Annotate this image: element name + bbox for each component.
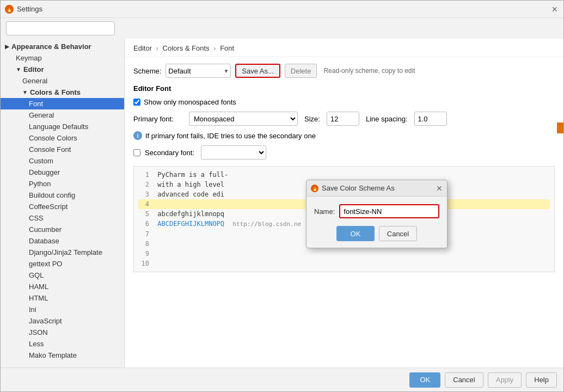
line-spacing-input[interactable] bbox=[414, 112, 447, 126]
primary-font-row: Primary font: Monospaced Size: Line spac… bbox=[133, 112, 555, 126]
sidebar-item-label: JSON bbox=[29, 328, 48, 336]
secondary-font-checkbox[interactable] bbox=[133, 149, 140, 156]
sidebar-item-debugger[interactable]: Debugger bbox=[1, 167, 124, 178]
sidebar-item-python[interactable]: Python bbox=[1, 178, 124, 189]
ok-button[interactable]: OK bbox=[409, 372, 440, 388]
preview-url: http://blog.csdn.ne bbox=[232, 220, 301, 228]
dialog-name-label: Name: bbox=[314, 207, 335, 216]
sidebar-item-label: Database bbox=[29, 237, 59, 245]
sidebar-item-label: Language Defaults bbox=[29, 122, 88, 131]
sidebar-item-label: General bbox=[22, 77, 47, 85]
search-bar bbox=[1, 18, 563, 39]
info-text: If primary font fails, IDE tries to use … bbox=[145, 132, 316, 140]
help-button[interactable]: Help bbox=[526, 372, 557, 388]
sidebar-item-ini[interactable]: Ini bbox=[1, 304, 124, 315]
sidebar-item-font[interactable]: Font bbox=[1, 98, 124, 109]
sidebar-item-general-sub[interactable]: General bbox=[1, 109, 124, 121]
sidebar-item-less[interactable]: Less bbox=[1, 338, 124, 350]
breadcrumb-part3: Font bbox=[220, 44, 234, 52]
sidebar-item-coffeescript[interactable]: CoffeeScript bbox=[1, 201, 124, 212]
sidebar-item-gql[interactable]: GQL bbox=[1, 270, 124, 281]
sidebar-item-json[interactable]: JSON bbox=[1, 327, 124, 338]
secondary-font-select[interactable] bbox=[201, 145, 266, 160]
scheme-label: Scheme: bbox=[133, 67, 161, 75]
line-num: 5 bbox=[138, 209, 149, 219]
breadcrumb-part1: Editor bbox=[133, 44, 152, 52]
dialog-name-row: Name: bbox=[314, 204, 439, 218]
dialog-title-bar: 🔥 Save Color Scheme As ✕ bbox=[306, 180, 447, 197]
sidebar-item-html[interactable]: HTML bbox=[1, 292, 124, 304]
sidebar-item-haml[interactable]: HAML bbox=[1, 281, 124, 292]
sidebar-item-appearance-behavior[interactable]: ▶ Appearance & Behavior bbox=[1, 41, 124, 52]
show-monospaced-row: Show only monospaced fonts bbox=[133, 98, 555, 106]
sidebar-item-label: CSS bbox=[29, 214, 44, 222]
orange-indicator bbox=[557, 122, 563, 133]
preview-line-10: 10 bbox=[138, 259, 550, 268]
line-num: 3 bbox=[138, 189, 149, 199]
window-title: Settings bbox=[17, 5, 42, 13]
sidebar-item-label: Mako Template bbox=[29, 351, 77, 359]
sidebar-item-colors-fonts[interactable]: ▼ Colors & Fonts bbox=[1, 87, 124, 98]
settings-window: 🔥 Settings ✕ ▶ Appearance & Behavior Key… bbox=[0, 0, 564, 392]
dialog-close-button[interactable]: ✕ bbox=[436, 184, 443, 193]
sidebar-item-gettext-po[interactable]: gettext PO bbox=[1, 258, 124, 270]
breadcrumb-sep1: › bbox=[156, 44, 158, 52]
sidebar-item-database[interactable]: Database bbox=[1, 235, 124, 247]
editor-font-title: Editor Font bbox=[133, 84, 555, 93]
title-bar-left: 🔥 Settings bbox=[5, 5, 42, 14]
preview-text: with a high level bbox=[157, 181, 224, 188]
sidebar-item-label: Ini bbox=[29, 305, 36, 314]
dialog-name-input[interactable] bbox=[339, 204, 439, 218]
sidebar-item-console-font[interactable]: Console Font bbox=[1, 144, 124, 155]
line-num: 6 bbox=[138, 219, 149, 229]
delete-button[interactable]: Delete bbox=[285, 64, 317, 78]
sidebar-item-buildout-config[interactable]: Buildout config bbox=[1, 189, 124, 201]
dialog-ok-button[interactable]: OK bbox=[336, 226, 375, 241]
sidebar-item-custom[interactable]: Custom bbox=[1, 155, 124, 167]
sidebar-item-mako-template[interactable]: Mako Template bbox=[1, 350, 124, 361]
sidebar-item-console-colors[interactable]: Console Colors bbox=[1, 132, 124, 144]
sidebar-item-cucumber[interactable]: Cucumber bbox=[1, 224, 124, 235]
sidebar-item-label: General bbox=[29, 111, 54, 119]
show-monospaced-label: Show only monospaced fonts bbox=[144, 98, 236, 106]
title-bar: 🔥 Settings ✕ bbox=[1, 1, 563, 18]
scheme-select-wrapper: Default ▼ bbox=[165, 64, 231, 78]
sidebar-item-label: GQL bbox=[29, 271, 44, 279]
info-icon: i bbox=[133, 131, 142, 140]
search-input[interactable] bbox=[6, 21, 115, 35]
preview-text: PyCharm is a full- bbox=[157, 171, 228, 179]
sidebar-item-label: Cucumber bbox=[29, 225, 62, 234]
primary-font-select[interactable]: Monospaced bbox=[189, 112, 298, 126]
sidebar-item-django-jinja[interactable]: Django/Jinja2 Template bbox=[1, 247, 124, 258]
cancel-button[interactable]: Cancel bbox=[445, 372, 483, 388]
sidebar-item-label: Debugger bbox=[29, 168, 60, 176]
sidebar-item-label: Django/Jinja2 Template bbox=[29, 248, 102, 256]
sidebar-item-editor[interactable]: ▼ Editor bbox=[1, 64, 124, 75]
sidebar-item-keymap[interactable]: Keymap bbox=[1, 52, 124, 64]
save-as-button[interactable]: Save As... bbox=[235, 64, 280, 78]
dialog-cancel-button[interactable]: Cancel bbox=[379, 226, 417, 241]
bottom-bar: OK Cancel Apply Help bbox=[1, 367, 563, 391]
sidebar-item-label: JavaScript bbox=[29, 317, 62, 325]
sidebar-item-javascript[interactable]: JavaScript bbox=[1, 315, 124, 327]
size-label: Size: bbox=[304, 115, 320, 123]
sidebar-item-general[interactable]: General bbox=[1, 75, 124, 87]
scheme-select[interactable]: Default ▼ bbox=[165, 64, 231, 78]
preview-line-1: 1 PyCharm is a full- bbox=[138, 170, 550, 180]
scheme-row: Scheme: Default ▼ Save As... Delete Read… bbox=[133, 64, 555, 78]
sidebar-item-language-defaults[interactable]: Language Defaults bbox=[1, 121, 124, 132]
size-input[interactable] bbox=[327, 112, 359, 126]
close-button[interactable]: ✕ bbox=[550, 5, 559, 14]
secondary-font-row: Secondary font: bbox=[133, 145, 555, 160]
sidebar-item-css[interactable]: CSS bbox=[1, 212, 124, 224]
expand-arrow-icon: ▶ bbox=[5, 44, 9, 50]
show-monospaced-checkbox[interactable] bbox=[133, 99, 140, 106]
apply-button[interactable]: Apply bbox=[488, 372, 522, 388]
line-num: 9 bbox=[138, 249, 149, 259]
dialog-buttons: OK Cancel bbox=[314, 226, 439, 241]
preview-text: advanced code edi bbox=[157, 191, 224, 198]
expand-arrow-icon: ▼ bbox=[16, 66, 21, 72]
sidebar-item-label: Colors & Fonts bbox=[30, 88, 81, 96]
breadcrumb: Editor › Colors & Fonts › Font bbox=[125, 39, 563, 57]
app-icon: 🔥 bbox=[5, 5, 14, 14]
